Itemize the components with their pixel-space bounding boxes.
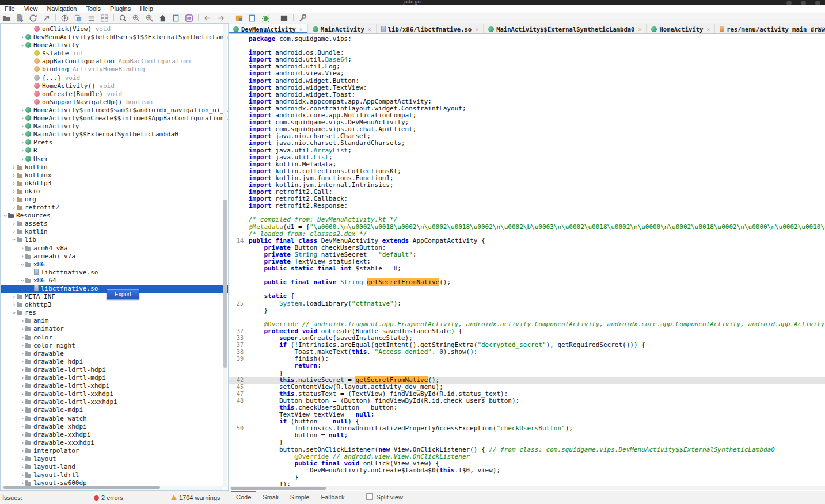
tree-item[interactable]: ›layout <box>1 455 229 463</box>
tree-item[interactable]: ›drawable-hdpi <box>1 358 229 366</box>
tree-item[interactable]: appBarConfiguration AppBarConfiguration <box>1 58 229 66</box>
tree-item[interactable]: ›User <box>1 155 229 163</box>
chevron-collapsed-icon[interactable]: › <box>11 188 17 196</box>
editor-tab[interactable]: DevMenuActivity× <box>229 24 308 33</box>
tree-item[interactable]: binding ActivityHomeBinding <box>1 66 229 74</box>
editor-tab[interactable]: res/menu/activity_main_drawer.x× <box>715 24 825 33</box>
mappings-icon[interactable]: M <box>184 13 194 22</box>
mode-tab-code[interactable]: Code <box>230 491 257 503</box>
tree-item[interactable]: ›okhttp3 <box>1 301 229 309</box>
tree-item[interactable]: ›interpolator <box>1 447 229 455</box>
chevron-collapsed-icon[interactable]: › <box>20 406 25 414</box>
window-controls[interactable] <box>777 0 820 5</box>
tree-item[interactable]: onClick(View) void <box>1 25 229 33</box>
chevron-collapsed-icon[interactable]: › <box>11 220 17 228</box>
tree-item[interactable]: $stable int <box>1 49 229 58</box>
tab-close-icon[interactable]: × <box>475 26 478 33</box>
chevron-collapsed-icon[interactable]: › <box>20 455 25 463</box>
main-activity-icon[interactable] <box>158 13 168 22</box>
chevron-collapsed-icon[interactable]: › <box>20 390 25 398</box>
tree-item[interactable]: ›x86 <box>1 261 229 269</box>
debugger-icon[interactable] <box>261 13 271 22</box>
tree-item[interactable]: ›armeabi-v7a <box>1 253 229 261</box>
chevron-collapsed-icon[interactable]: › <box>20 366 25 374</box>
chevron-collapsed-icon[interactable]: › <box>20 350 25 358</box>
tree-item[interactable]: ›HomeActivity$onCreate$$inlined$AppBarCo… <box>1 114 229 123</box>
scrollbar-thumb[interactable] <box>3 486 160 489</box>
tree-item[interactable]: onSupportNavigateUp() boolean <box>1 98 229 106</box>
tree-item[interactable]: ›Prefs <box>1 139 229 147</box>
flat-packages-icon[interactable] <box>86 13 96 22</box>
tree-horizontal-scrollbar[interactable] <box>1 486 223 490</box>
mode-tab-smali[interactable]: Smali <box>257 491 284 503</box>
menu-item-plugins[interactable]: Plugins <box>105 5 135 13</box>
chevron-collapsed-icon[interactable]: › <box>20 374 25 382</box>
open-folder-icon[interactable] <box>2 13 12 22</box>
wheel-icon[interactable] <box>60 13 70 22</box>
editor-tab[interactable]: HomeActivity× <box>647 24 715 33</box>
tree-item[interactable]: ›anim <box>1 317 229 325</box>
tree-item[interactable]: ›retrofit2 <box>1 204 229 212</box>
tree-item[interactable]: ›arm64-v8a <box>1 245 229 253</box>
tree-item[interactable]: ›assets <box>1 220 229 228</box>
tab-close-icon[interactable]: × <box>299 26 303 33</box>
forward-icon[interactable] <box>216 13 226 22</box>
tree-item[interactable]: ›MainActivity$$ExternalSyntheticLambda0 <box>1 131 229 139</box>
errors-status[interactable]: 2 errors <box>94 494 123 501</box>
editor-tab[interactable]: MainActivity× <box>308 24 377 33</box>
tab-close-icon[interactable]: × <box>638 26 641 33</box>
tree-item[interactable]: HomeActivity() void <box>1 82 229 90</box>
chevron-collapsed-icon[interactable]: › <box>20 463 25 471</box>
tab-close-icon[interactable]: × <box>706 26 710 33</box>
tree-item[interactable]: ›drawable <box>1 350 229 358</box>
tree-item[interactable]: ›res <box>1 309 229 317</box>
menu-item-view[interactable]: View <box>20 5 43 13</box>
settings-icon[interactable] <box>298 13 307 22</box>
tree-item[interactable]: ›layout-ldrtl <box>1 471 229 479</box>
chevron-collapsed-icon[interactable]: › <box>20 123 25 131</box>
chevron-collapsed-icon[interactable]: › <box>20 131 25 139</box>
tree-item[interactable]: ›R <box>1 147 229 155</box>
chevron-collapsed-icon[interactable]: › <box>20 439 25 447</box>
tree-item[interactable]: ›okio <box>1 188 229 196</box>
menu-item-navigation[interactable]: Navigation <box>42 5 81 13</box>
chevron-collapsed-icon[interactable]: › <box>20 334 25 342</box>
tree-item[interactable]: ›drawable-ldrtl-mdpi <box>1 374 229 382</box>
chevron-collapsed-icon[interactable]: › <box>20 415 25 423</box>
tree-item[interactable]: ›drawable-ldrtl-xxhdpi <box>1 390 229 398</box>
tab-list-dropdown-icon[interactable]: › <box>819 26 825 29</box>
editor-tab[interactable]: MainActivity$$ExternalSyntheticLambda0× <box>484 24 647 33</box>
tree-item[interactable]: ›MainActivity <box>1 123 229 131</box>
chevron-collapsed-icon[interactable]: › <box>11 293 17 301</box>
tree-vertical-scrollbar[interactable] <box>223 24 227 487</box>
chevron-collapsed-icon[interactable]: › <box>20 342 25 350</box>
tree-item[interactable]: ›drawable-watch <box>1 415 229 423</box>
chevron-collapsed-icon[interactable]: › <box>20 139 25 147</box>
tree-item[interactable]: ›DevMenuActivity$fetchUsers$1$$ExternalS… <box>1 33 229 41</box>
tree-item[interactable]: ›x86_64 <box>1 277 229 285</box>
tree-item[interactable]: ›lib <box>1 236 229 244</box>
reload-icon[interactable] <box>28 13 38 22</box>
inspect-icon[interactable] <box>248 13 257 22</box>
tree-item[interactable]: ›layout-land <box>1 463 229 471</box>
menu-item-file[interactable]: File <box>0 5 20 13</box>
tab-overflow-controls[interactable]: ›› <box>815 24 824 31</box>
search-class-icon[interactable] <box>131 13 141 22</box>
tree-item[interactable]: ›drawable-mdpi <box>1 406 229 414</box>
tree-item[interactable]: ›drawable-xhdpi <box>1 423 229 431</box>
add-file-icon[interactable] <box>15 13 25 22</box>
tree-item[interactable]: onCreate(Bundle) void <box>1 90 229 98</box>
tab-close-icon[interactable]: × <box>368 26 371 33</box>
chevron-collapsed-icon[interactable]: › <box>20 325 25 333</box>
split-view-checkbox[interactable] <box>366 493 373 500</box>
tree-item[interactable]: ›drawable-ldrtl-hdpi <box>1 366 229 374</box>
scrollbar-thumb[interactable] <box>223 200 227 368</box>
tree-item[interactable]: ›animator <box>1 325 229 333</box>
chevron-collapsed-icon[interactable]: › <box>11 228 17 236</box>
search-text-icon[interactable] <box>118 13 128 22</box>
deobfuscation-icon[interactable] <box>234 13 244 22</box>
chevron-collapsed-icon[interactable]: › <box>20 447 25 455</box>
tree-item[interactable]: ›drawable-ldrtl-xhdpi <box>1 382 229 390</box>
menu-item-tools[interactable]: Tools <box>81 5 105 13</box>
code-editor[interactable]: package com.squidgame.vips;import androi… <box>229 34 825 491</box>
